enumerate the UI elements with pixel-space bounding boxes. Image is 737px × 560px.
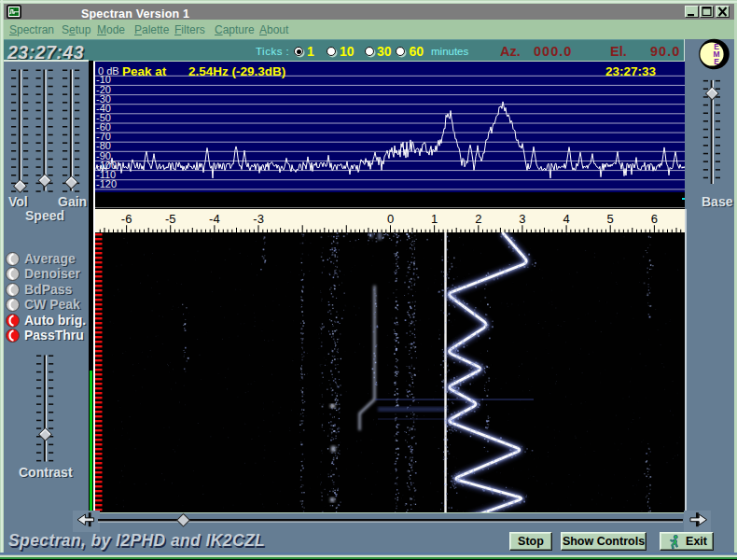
svg-text:0: 0 (386, 212, 393, 226)
svg-text:1: 1 (430, 212, 437, 226)
svg-text:-6: -6 (120, 212, 132, 226)
svg-text:-3: -3 (253, 212, 264, 226)
svg-text:5: 5 (606, 212, 613, 226)
svg-text:-120: -120 (96, 178, 117, 189)
svg-text:6: 6 (650, 212, 657, 226)
svg-text:-4: -4 (209, 212, 220, 226)
svg-text:2.54Hz (-29.3dB): 2.54Hz (-29.3dB) (188, 64, 285, 78)
svg-text:4: 4 (563, 212, 569, 226)
svg-text:-5: -5 (165, 212, 176, 226)
svg-text:3: 3 (519, 212, 525, 226)
svg-text:23:27:33: 23:27:33 (605, 64, 657, 78)
svg-text:Peak at: Peak at (122, 64, 167, 78)
svg-text:2: 2 (475, 212, 481, 226)
